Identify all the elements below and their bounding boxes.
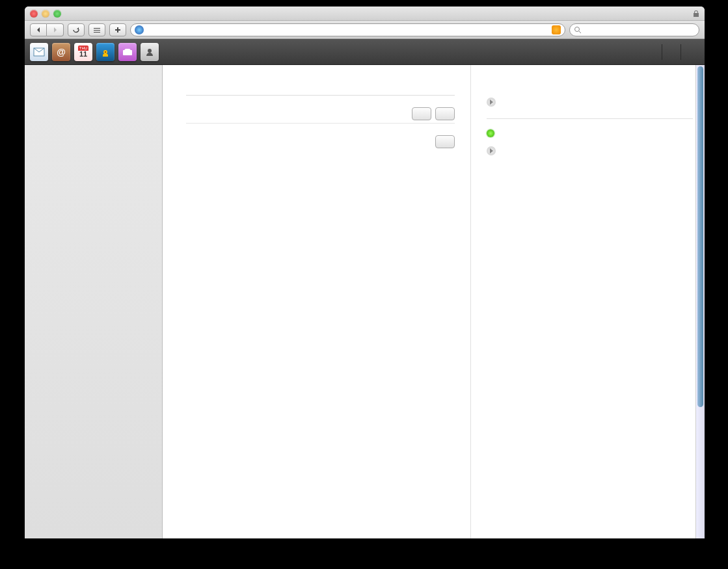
close-button[interactable] [30, 10, 38, 18]
account-details-section [186, 124, 455, 155]
storage-section [186, 96, 455, 124]
browser-window: @ THU11 [25, 7, 705, 538]
upgrade-button[interactable] [435, 107, 455, 120]
main-column [163, 65, 470, 538]
bullet-icon [487, 98, 496, 107]
site-icon [135, 25, 144, 34]
news-link[interactable] [662, 44, 681, 60]
rss-icon[interactable] [552, 25, 561, 34]
status-led-icon [487, 129, 494, 137]
renewal-notice [186, 81, 455, 96]
account-app-icon[interactable] [141, 43, 159, 61]
cert-indicator [690, 10, 699, 17]
gallery-app-icon[interactable] [96, 43, 115, 61]
app-header: @ THU11 [25, 39, 705, 65]
scroll-thumb[interactable] [697, 66, 703, 407]
app-body [25, 65, 705, 538]
address-bar[interactable] [130, 23, 565, 36]
calendar-app-icon[interactable]: THU11 [74, 43, 92, 61]
more-info-item [487, 144, 693, 158]
svg-point-4 [105, 51, 106, 53]
svg-point-0 [575, 27, 580, 31]
lock-icon [693, 10, 699, 17]
svg-rect-5 [123, 50, 132, 55]
scrollbar[interactable] [695, 65, 705, 538]
sidebar [25, 65, 163, 538]
zoom-button[interactable] [53, 10, 61, 18]
see-history-item [487, 95, 693, 109]
settings-button[interactable] [412, 107, 431, 120]
bullet-icon [487, 146, 496, 155]
action-button[interactable] [88, 23, 105, 36]
svg-line-1 [579, 31, 581, 33]
forward-button[interactable] [47, 23, 64, 36]
options-button[interactable] [435, 135, 455, 148]
search-icon [574, 26, 582, 34]
search-field[interactable] [569, 23, 699, 36]
window-controls [30, 10, 61, 18]
reload-button[interactable] [68, 23, 85, 36]
idisk-app-icon[interactable] [118, 43, 137, 61]
content-area [163, 65, 705, 538]
minimize-button[interactable] [42, 10, 49, 18]
divider [487, 118, 693, 119]
svg-point-6 [148, 49, 152, 53]
contacts-app-icon[interactable]: @ [52, 43, 70, 61]
logout-link[interactable] [681, 44, 699, 60]
browser-toolbar [25, 21, 705, 39]
right-column [470, 65, 705, 538]
back-button[interactable] [30, 23, 47, 36]
titlebar [25, 7, 705, 21]
nav-buttons [30, 23, 64, 36]
mail-app-icon[interactable] [30, 43, 48, 61]
status-text-row [487, 128, 693, 137]
add-button[interactable] [109, 23, 126, 36]
